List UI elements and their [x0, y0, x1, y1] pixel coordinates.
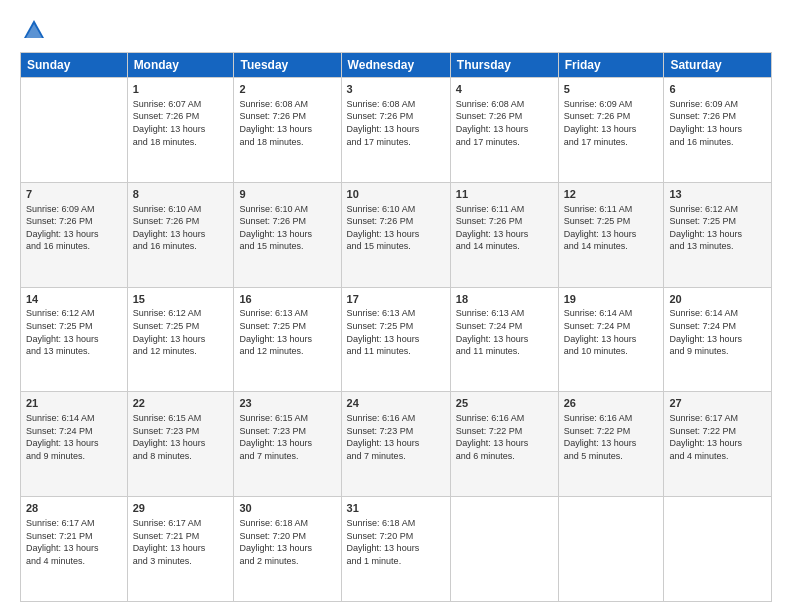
day-number: 21	[26, 396, 122, 411]
calendar-cell: 21Sunrise: 6:14 AM Sunset: 7:24 PM Dayli…	[21, 392, 128, 497]
day-info: Sunrise: 6:07 AM Sunset: 7:26 PM Dayligh…	[133, 98, 229, 148]
calendar-cell: 6Sunrise: 6:09 AM Sunset: 7:26 PM Daylig…	[664, 78, 772, 183]
calendar-cell: 24Sunrise: 6:16 AM Sunset: 7:23 PM Dayli…	[341, 392, 450, 497]
day-info: Sunrise: 6:16 AM Sunset: 7:22 PM Dayligh…	[456, 412, 553, 462]
calendar-cell: 3Sunrise: 6:08 AM Sunset: 7:26 PM Daylig…	[341, 78, 450, 183]
day-info: Sunrise: 6:13 AM Sunset: 7:25 PM Dayligh…	[347, 307, 445, 357]
day-info: Sunrise: 6:15 AM Sunset: 7:23 PM Dayligh…	[133, 412, 229, 462]
day-number: 12	[564, 187, 659, 202]
day-info: Sunrise: 6:17 AM Sunset: 7:21 PM Dayligh…	[26, 517, 122, 567]
day-info: Sunrise: 6:09 AM Sunset: 7:26 PM Dayligh…	[26, 203, 122, 253]
day-info: Sunrise: 6:18 AM Sunset: 7:20 PM Dayligh…	[239, 517, 335, 567]
day-info: Sunrise: 6:10 AM Sunset: 7:26 PM Dayligh…	[133, 203, 229, 253]
calendar-week-2: 7Sunrise: 6:09 AM Sunset: 7:26 PM Daylig…	[21, 182, 772, 287]
day-info: Sunrise: 6:13 AM Sunset: 7:24 PM Dayligh…	[456, 307, 553, 357]
day-number: 10	[347, 187, 445, 202]
day-info: Sunrise: 6:09 AM Sunset: 7:26 PM Dayligh…	[669, 98, 766, 148]
calendar-cell	[558, 497, 664, 602]
day-info: Sunrise: 6:08 AM Sunset: 7:26 PM Dayligh…	[239, 98, 335, 148]
day-info: Sunrise: 6:14 AM Sunset: 7:24 PM Dayligh…	[669, 307, 766, 357]
calendar-cell: 4Sunrise: 6:08 AM Sunset: 7:26 PM Daylig…	[450, 78, 558, 183]
day-info: Sunrise: 6:10 AM Sunset: 7:26 PM Dayligh…	[347, 203, 445, 253]
day-number: 27	[669, 396, 766, 411]
calendar-cell: 28Sunrise: 6:17 AM Sunset: 7:21 PM Dayli…	[21, 497, 128, 602]
day-number: 15	[133, 292, 229, 307]
calendar-cell: 22Sunrise: 6:15 AM Sunset: 7:23 PM Dayli…	[127, 392, 234, 497]
calendar-header-row: SundayMondayTuesdayWednesdayThursdayFrid…	[21, 53, 772, 78]
calendar-cell	[21, 78, 128, 183]
logo	[20, 16, 52, 44]
page: SundayMondayTuesdayWednesdayThursdayFrid…	[0, 0, 792, 612]
day-info: Sunrise: 6:10 AM Sunset: 7:26 PM Dayligh…	[239, 203, 335, 253]
calendar-cell: 14Sunrise: 6:12 AM Sunset: 7:25 PM Dayli…	[21, 287, 128, 392]
day-number: 30	[239, 501, 335, 516]
calendar-cell: 13Sunrise: 6:12 AM Sunset: 7:25 PM Dayli…	[664, 182, 772, 287]
day-number: 3	[347, 82, 445, 97]
calendar-cell: 17Sunrise: 6:13 AM Sunset: 7:25 PM Dayli…	[341, 287, 450, 392]
day-number: 22	[133, 396, 229, 411]
calendar-cell: 20Sunrise: 6:14 AM Sunset: 7:24 PM Dayli…	[664, 287, 772, 392]
day-info: Sunrise: 6:08 AM Sunset: 7:26 PM Dayligh…	[456, 98, 553, 148]
day-number: 18	[456, 292, 553, 307]
day-number: 4	[456, 82, 553, 97]
calendar-cell	[450, 497, 558, 602]
calendar-cell: 18Sunrise: 6:13 AM Sunset: 7:24 PM Dayli…	[450, 287, 558, 392]
calendar-cell: 27Sunrise: 6:17 AM Sunset: 7:22 PM Dayli…	[664, 392, 772, 497]
calendar-cell: 1Sunrise: 6:07 AM Sunset: 7:26 PM Daylig…	[127, 78, 234, 183]
column-header-tuesday: Tuesday	[234, 53, 341, 78]
column-header-wednesday: Wednesday	[341, 53, 450, 78]
day-number: 1	[133, 82, 229, 97]
calendar-cell: 15Sunrise: 6:12 AM Sunset: 7:25 PM Dayli…	[127, 287, 234, 392]
day-info: Sunrise: 6:14 AM Sunset: 7:24 PM Dayligh…	[26, 412, 122, 462]
day-info: Sunrise: 6:17 AM Sunset: 7:21 PM Dayligh…	[133, 517, 229, 567]
calendar-cell: 29Sunrise: 6:17 AM Sunset: 7:21 PM Dayli…	[127, 497, 234, 602]
day-number: 6	[669, 82, 766, 97]
day-info: Sunrise: 6:17 AM Sunset: 7:22 PM Dayligh…	[669, 412, 766, 462]
calendar-cell: 23Sunrise: 6:15 AM Sunset: 7:23 PM Dayli…	[234, 392, 341, 497]
calendar-cell	[664, 497, 772, 602]
day-number: 9	[239, 187, 335, 202]
day-info: Sunrise: 6:12 AM Sunset: 7:25 PM Dayligh…	[133, 307, 229, 357]
day-info: Sunrise: 6:12 AM Sunset: 7:25 PM Dayligh…	[669, 203, 766, 253]
day-number: 14	[26, 292, 122, 307]
calendar-cell: 8Sunrise: 6:10 AM Sunset: 7:26 PM Daylig…	[127, 182, 234, 287]
day-info: Sunrise: 6:09 AM Sunset: 7:26 PM Dayligh…	[564, 98, 659, 148]
day-info: Sunrise: 6:08 AM Sunset: 7:26 PM Dayligh…	[347, 98, 445, 148]
calendar-cell: 25Sunrise: 6:16 AM Sunset: 7:22 PM Dayli…	[450, 392, 558, 497]
day-number: 11	[456, 187, 553, 202]
logo-icon	[20, 16, 48, 44]
calendar-cell: 16Sunrise: 6:13 AM Sunset: 7:25 PM Dayli…	[234, 287, 341, 392]
column-header-thursday: Thursday	[450, 53, 558, 78]
day-number: 2	[239, 82, 335, 97]
day-info: Sunrise: 6:16 AM Sunset: 7:23 PM Dayligh…	[347, 412, 445, 462]
calendar-cell: 9Sunrise: 6:10 AM Sunset: 7:26 PM Daylig…	[234, 182, 341, 287]
calendar-week-1: 1Sunrise: 6:07 AM Sunset: 7:26 PM Daylig…	[21, 78, 772, 183]
day-info: Sunrise: 6:11 AM Sunset: 7:26 PM Dayligh…	[456, 203, 553, 253]
calendar-cell: 31Sunrise: 6:18 AM Sunset: 7:20 PM Dayli…	[341, 497, 450, 602]
calendar-cell: 26Sunrise: 6:16 AM Sunset: 7:22 PM Dayli…	[558, 392, 664, 497]
day-number: 25	[456, 396, 553, 411]
day-info: Sunrise: 6:13 AM Sunset: 7:25 PM Dayligh…	[239, 307, 335, 357]
day-number: 8	[133, 187, 229, 202]
day-number: 13	[669, 187, 766, 202]
day-number: 16	[239, 292, 335, 307]
calendar-cell: 30Sunrise: 6:18 AM Sunset: 7:20 PM Dayli…	[234, 497, 341, 602]
calendar-week-4: 21Sunrise: 6:14 AM Sunset: 7:24 PM Dayli…	[21, 392, 772, 497]
day-number: 17	[347, 292, 445, 307]
day-info: Sunrise: 6:15 AM Sunset: 7:23 PM Dayligh…	[239, 412, 335, 462]
column-header-sunday: Sunday	[21, 53, 128, 78]
calendar-cell: 2Sunrise: 6:08 AM Sunset: 7:26 PM Daylig…	[234, 78, 341, 183]
day-number: 29	[133, 501, 229, 516]
day-info: Sunrise: 6:11 AM Sunset: 7:25 PM Dayligh…	[564, 203, 659, 253]
header	[20, 16, 772, 44]
day-number: 23	[239, 396, 335, 411]
day-number: 24	[347, 396, 445, 411]
day-number: 19	[564, 292, 659, 307]
calendar-week-5: 28Sunrise: 6:17 AM Sunset: 7:21 PM Dayli…	[21, 497, 772, 602]
calendar-cell: 10Sunrise: 6:10 AM Sunset: 7:26 PM Dayli…	[341, 182, 450, 287]
day-info: Sunrise: 6:16 AM Sunset: 7:22 PM Dayligh…	[564, 412, 659, 462]
day-info: Sunrise: 6:12 AM Sunset: 7:25 PM Dayligh…	[26, 307, 122, 357]
calendar-cell: 5Sunrise: 6:09 AM Sunset: 7:26 PM Daylig…	[558, 78, 664, 183]
day-number: 7	[26, 187, 122, 202]
calendar-week-3: 14Sunrise: 6:12 AM Sunset: 7:25 PM Dayli…	[21, 287, 772, 392]
